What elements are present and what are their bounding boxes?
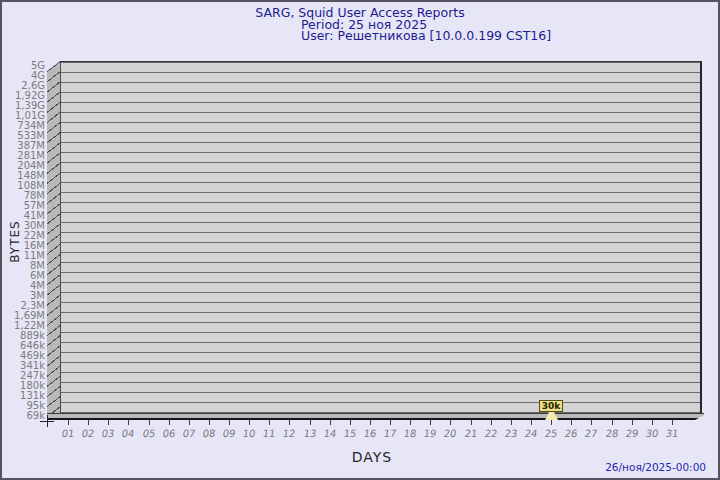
x-tick-mark: [350, 420, 351, 425]
x-tick-mark: [128, 420, 129, 425]
sarg-report-window: SARG, Squid User Access Reports Period: …: [0, 0, 720, 480]
x-tick-mark: [672, 420, 673, 425]
x-tick-mark: [632, 420, 633, 425]
x-tick-mark: [390, 420, 391, 425]
x-tick-mark: [551, 420, 552, 425]
x-tick-mark: [229, 420, 230, 425]
x-tick-mark: [571, 420, 572, 425]
plot-floor: [47, 413, 704, 420]
x-tick-mark: [289, 420, 290, 425]
x-tick-mark: [591, 420, 592, 425]
x-tick-mark: [88, 420, 89, 425]
x-axis-title: DAYS: [332, 449, 412, 465]
x-tick-label: 31: [659, 428, 685, 439]
x-tick-mark: [169, 420, 170, 425]
origin-tick-vertical: [47, 415, 48, 427]
x-tick-mark: [108, 420, 109, 425]
report-user: User: Решетникова [10.0.0.199 CST16]: [301, 30, 551, 42]
x-tick-mark: [189, 420, 190, 425]
x-tick-mark: [370, 420, 371, 425]
plot-left-wall: [47, 61, 60, 421]
x-tick-mark: [249, 420, 250, 425]
x-tick-mark: [149, 420, 150, 425]
x-tick-mark: [209, 420, 210, 425]
y-tick-label: 69k: [2, 410, 45, 421]
generated-date: 26/ноя/2025-00:00: [500, 461, 706, 473]
plot-area: [60, 61, 702, 413]
x-tick-mark: [430, 420, 431, 425]
x-tick-mark: [491, 420, 492, 425]
x-tick-mark: [531, 420, 532, 425]
x-tick-mark: [511, 420, 512, 425]
x-tick-mark: [310, 420, 311, 425]
x-tick-mark: [612, 420, 613, 425]
x-tick-mark: [410, 420, 411, 425]
x-tick-mark: [68, 420, 69, 425]
x-tick-mark: [330, 420, 331, 425]
x-tick-mark: [471, 420, 472, 425]
data-point-label: 30k: [539, 400, 563, 412]
x-tick-mark: [652, 420, 653, 425]
x-tick-mark: [269, 420, 270, 425]
x-tick-mark: [450, 420, 451, 425]
